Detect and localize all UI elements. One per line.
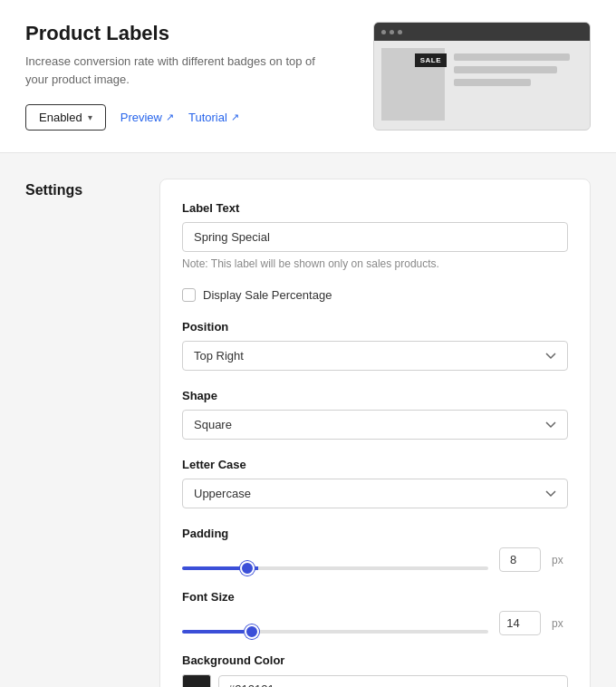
padding-slider-track — [182, 558, 488, 562]
page-title: Product Labels — [25, 22, 373, 45]
preview-lines — [454, 48, 582, 86]
letter-case-select[interactable]: Uppercase Lowercase Capitalize — [182, 479, 568, 508]
padding-unit: px — [552, 554, 568, 566]
label-text-input[interactable] — [182, 222, 568, 252]
label-text-note: Note: This label will be shown only on s… — [182, 257, 568, 270]
padding-group: Padding px — [182, 527, 568, 572]
shape-label: Shape — [182, 389, 568, 402]
top-left: Product Labels Increase conversion rate … — [25, 22, 373, 131]
external-link-icon: ↗ — [166, 111, 174, 123]
browser-dot-1 — [381, 30, 386, 34]
background-color-group: Background Color — [182, 653, 568, 687]
browser-dot-3 — [398, 30, 402, 34]
preview-content: SALE — [374, 41, 590, 128]
settings-section-label: Settings — [25, 179, 134, 198]
main-content: Settings Label Text Note: This label wil… — [0, 153, 616, 687]
preview-line-1 — [454, 53, 570, 61]
label-text-label: Label Text — [182, 201, 568, 215]
sale-badge: SALE — [415, 53, 447, 67]
top-section: Product Labels Increase conversion rate … — [0, 0, 616, 153]
display-sale-checkbox[interactable] — [182, 288, 196, 302]
shape-select[interactable]: Square Circle Rounded — [182, 410, 568, 440]
preview-image: SALE — [373, 22, 591, 131]
font-size-unit: px — [552, 617, 568, 630]
shape-group: Shape Square Circle Rounded — [182, 389, 568, 440]
actions-row: Enabled ▾ Preview ↗ Tutorial ↗ — [25, 104, 373, 131]
settings-panel: Label Text Note: This label will be show… — [159, 179, 591, 687]
background-color-label: Background Color — [182, 653, 568, 667]
chevron-down-icon: ▾ — [88, 112, 92, 122]
enabled-label: Enabled — [39, 111, 82, 124]
background-color-input[interactable] — [218, 675, 568, 688]
tutorial-link[interactable]: Tutorial ↗ — [188, 111, 239, 124]
external-link-icon: ↗ — [231, 111, 239, 123]
font-size-label: Font Size — [182, 590, 568, 604]
font-size-slider[interactable] — [182, 630, 488, 634]
background-color-swatch[interactable] — [182, 674, 211, 687]
preview-line-3 — [454, 79, 531, 86]
preview-label: Preview — [120, 111, 162, 124]
label-text-group: Label Text Note: This label will be show… — [182, 201, 568, 270]
preview-product-area: SALE — [381, 48, 445, 121]
letter-case-group: Letter Case Uppercase Lowercase Capitali… — [182, 458, 568, 508]
tutorial-label: Tutorial — [188, 111, 227, 124]
background-color-row — [182, 674, 568, 687]
position-select[interactable]: Top Right Top Left Bottom Right Bottom L… — [182, 341, 568, 371]
preview-line-2 — [454, 66, 557, 73]
padding-slider-row: px — [182, 547, 568, 572]
display-sale-row: Display Sale Percentage — [182, 288, 568, 302]
position-group: Position Top Right Top Left Bottom Right… — [182, 320, 568, 371]
padding-slider[interactable] — [182, 566, 488, 570]
page-description: Increase conversion rate with different … — [25, 53, 315, 88]
font-size-group: Font Size px — [182, 590, 568, 635]
browser-bar — [374, 23, 590, 41]
browser-dot-2 — [390, 30, 394, 34]
padding-number-input[interactable] — [499, 547, 541, 572]
font-size-number-input[interactable] — [499, 611, 541, 635]
font-size-slider-row: px — [182, 611, 568, 635]
enabled-button[interactable]: Enabled ▾ — [25, 104, 106, 131]
preview-link[interactable]: Preview ↗ — [120, 111, 174, 124]
font-size-slider-track — [182, 622, 488, 625]
letter-case-label: Letter Case — [182, 458, 568, 471]
display-sale-label: Display Sale Percentage — [203, 288, 332, 302]
padding-label: Padding — [182, 527, 568, 540]
position-label: Position — [182, 320, 568, 334]
